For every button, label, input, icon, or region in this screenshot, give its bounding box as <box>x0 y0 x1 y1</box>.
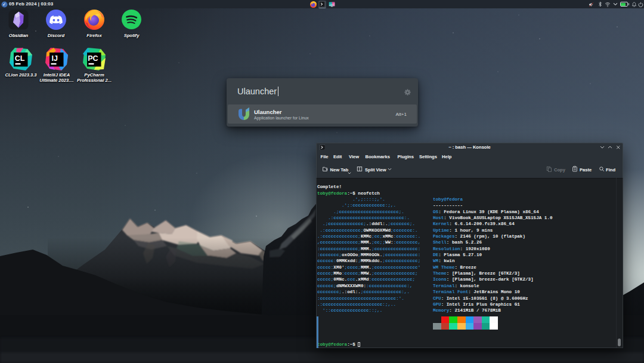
svg-text:CL: CL <box>15 54 25 63</box>
svg-text:IJ: IJ <box>52 54 58 63</box>
svg-text:PC: PC <box>88 54 98 63</box>
